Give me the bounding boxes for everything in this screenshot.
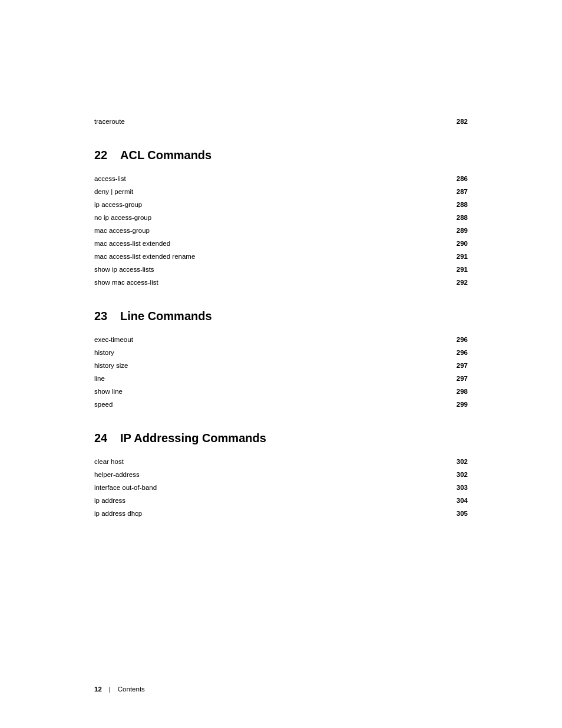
entry-page: 304 — [444, 497, 468, 504]
entry-page: 296 — [444, 349, 468, 356]
entry-title: speed — [94, 401, 113, 408]
entry-page: 296 — [444, 336, 468, 343]
entry-title: ip access-group — [94, 201, 142, 208]
entry-title: helper-address — [94, 471, 140, 478]
section-title-23: Line Commands — [120, 309, 212, 323]
section-title-22: ACL Commands — [120, 149, 211, 162]
entry-page: 302 — [444, 471, 468, 478]
toc-entry-clear-host: clear host 302 — [94, 458, 468, 465]
top-entries: traceroute 282 — [94, 118, 468, 125]
toc-entry-helper-address: helper-address 302 — [94, 471, 468, 478]
toc-entry-deny-permit: deny | permit 287 — [94, 188, 468, 195]
toc-entry-line: line 297 — [94, 375, 468, 382]
entry-title: mac access-list extended — [94, 240, 170, 247]
content-area: traceroute 282 22 ACL Commands access-li… — [0, 0, 562, 570]
entry-page: 290 — [444, 240, 468, 247]
entry-title: clear host — [94, 458, 124, 465]
footer-separator: | — [109, 686, 111, 693]
page: traceroute 282 22 ACL Commands access-li… — [0, 0, 562, 728]
toc-entry-speed: speed 299 — [94, 401, 468, 408]
entry-title: show ip access-lists — [94, 266, 154, 273]
section-number-22: 22 — [94, 149, 112, 162]
entry-page: 286 — [444, 175, 468, 182]
entry-page: 297 — [444, 362, 468, 369]
entry-title: line — [94, 375, 105, 382]
entry-page: 291 — [444, 266, 468, 273]
toc-entry-interface-out-of-band: interface out-of-band 303 — [94, 484, 468, 491]
toc-entry-history: history 296 — [94, 349, 468, 356]
toc-entry-history-size: history size 297 — [94, 362, 468, 369]
entry-title: mac access-list extended rename — [94, 253, 195, 260]
page-footer: 12 | Contents — [0, 686, 562, 693]
entry-title: ip address dhcp — [94, 510, 142, 517]
entry-page: 287 — [444, 188, 468, 195]
entry-title: exec-timeout — [94, 336, 133, 343]
entry-page: 302 — [444, 458, 468, 465]
toc-entry-mac-access-list-extended: mac access-list extended 290 — [94, 240, 468, 247]
toc-entry-ip-access-group: ip access-group 288 — [94, 201, 468, 208]
entry-page: 291 — [444, 253, 468, 260]
section-number-24: 24 — [94, 431, 112, 445]
footer-label: Contents — [118, 686, 145, 693]
footer-page-number: 12 — [94, 686, 102, 693]
entry-title: show mac access-list — [94, 279, 158, 286]
entry-title: no ip access-group — [94, 214, 151, 221]
toc-entry-traceroute: traceroute 282 — [94, 118, 468, 125]
entry-title: deny | permit — [94, 188, 133, 195]
toc-entry-access-list: access-list 286 — [94, 175, 468, 182]
entry-title: history — [94, 349, 114, 356]
entry-page: 299 — [444, 401, 468, 408]
entry-page: 297 — [444, 375, 468, 382]
section-header-22: 22 ACL Commands — [94, 149, 468, 162]
entry-title: access-list — [94, 175, 126, 182]
entry-page: 298 — [444, 388, 468, 395]
entry-page-traceroute: 282 — [444, 118, 468, 125]
toc-entry-no-ip-access-group: no ip access-group 288 — [94, 214, 468, 221]
entry-title: mac access-group — [94, 227, 150, 234]
section-title-24: IP Addressing Commands — [120, 431, 266, 445]
toc-entry-mac-access-group: mac access-group 289 — [94, 227, 468, 234]
section-entries-23: exec-timeout 296 history 296 history siz… — [94, 336, 468, 408]
toc-entry-mac-access-list-extended-rename: mac access-list extended rename 291 — [94, 253, 468, 260]
section-entries-22: access-list 286 deny | permit 287 ip acc… — [94, 175, 468, 286]
entry-page: 288 — [444, 201, 468, 208]
entry-page: 303 — [444, 484, 468, 491]
toc-entry-exec-timeout: exec-timeout 296 — [94, 336, 468, 343]
entry-page: 289 — [444, 227, 468, 234]
toc-entry-show-ip-access-lists: show ip access-lists 291 — [94, 266, 468, 273]
entry-title-traceroute: traceroute — [94, 118, 125, 125]
entry-page: 292 — [444, 279, 468, 286]
section-entries-24: clear host 302 helper-address 302 interf… — [94, 458, 468, 517]
entry-page: 305 — [444, 510, 468, 517]
toc-entry-show-mac-access-list: show mac access-list 292 — [94, 279, 468, 286]
section-header-23: 23 Line Commands — [94, 309, 468, 323]
section-header-24: 24 IP Addressing Commands — [94, 431, 468, 445]
toc-entry-ip-address: ip address 304 — [94, 497, 468, 504]
entry-page: 288 — [444, 214, 468, 221]
section-number-23: 23 — [94, 309, 112, 323]
entry-title: show line — [94, 388, 123, 395]
entry-title: interface out-of-band — [94, 484, 157, 491]
entry-title: history size — [94, 362, 128, 369]
toc-entry-ip-address-dhcp: ip address dhcp 305 — [94, 510, 468, 517]
entry-title: ip address — [94, 497, 125, 504]
toc-entry-show-line: show line 298 — [94, 388, 468, 395]
